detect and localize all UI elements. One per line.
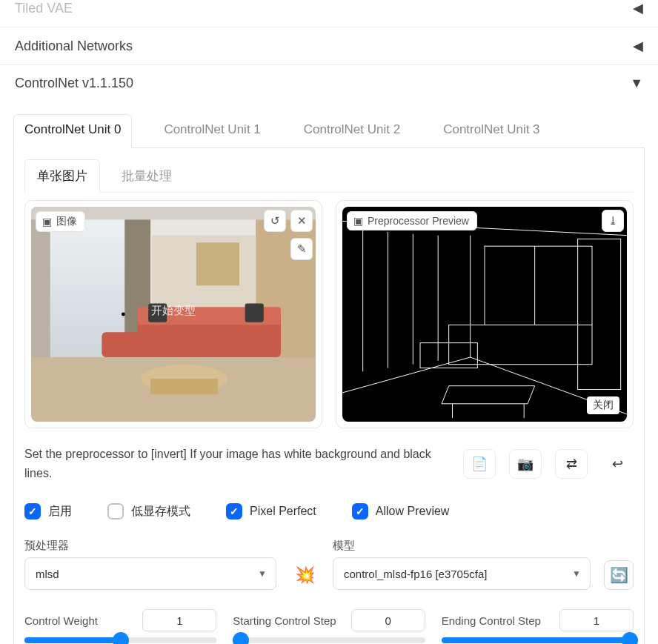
model-label: 模型 xyxy=(333,539,591,553)
tab-batch[interactable]: 批量处理 xyxy=(109,159,185,193)
svg-point-16 xyxy=(122,313,125,316)
preview-image[interactable]: 关闭 xyxy=(342,207,627,422)
tab-single-image[interactable]: 单张图片 xyxy=(24,159,100,193)
preview-label-chip: ▣ Preprocessor Preview xyxy=(347,211,477,230)
chevron-left-icon: ◀ xyxy=(633,38,643,54)
download-button[interactable]: ⤓ xyxy=(602,210,624,232)
preprocessor-label: 预处理器 xyxy=(24,539,276,553)
send-back-button[interactable]: ↩ xyxy=(601,449,634,479)
checkbox-icon: ✓ xyxy=(24,503,41,519)
svg-rect-13 xyxy=(245,304,264,322)
tab-unit-2[interactable]: ControlNet Unit 2 xyxy=(293,114,411,148)
checkbox-enable[interactable]: ✓ 启用 xyxy=(24,503,72,519)
checkbox-pixel-perfect[interactable]: ✓ Pixel Perfect xyxy=(226,503,316,519)
control-weight-label: Control Weight xyxy=(24,614,98,627)
input-image-card: ▣ 图像 ↺ ✕ ✎ xyxy=(24,200,322,428)
accordion-controlnet[interactable]: ControlNet v1.1.150 ▼ xyxy=(0,65,658,102)
svg-rect-11 xyxy=(102,332,166,357)
control-weight-slider[interactable] xyxy=(24,637,216,643)
svg-line-20 xyxy=(342,357,471,393)
model-select[interactable]: control_mlsd-fp16 [e3705cfa] ▼ xyxy=(333,557,591,590)
accordion-additional-networks[interactable]: Additional Networks ◀ xyxy=(0,27,658,65)
accordion-tiled-vae[interactable]: Tiled VAE ◀ xyxy=(0,0,658,27)
svg-rect-27 xyxy=(485,246,592,325)
start-step-value[interactable]: 0 xyxy=(351,609,425,631)
preprocessor-select[interactable]: mlsd ▼ xyxy=(24,557,276,590)
slider-thumb[interactable] xyxy=(233,632,249,644)
control-weight-value[interactable]: 1 xyxy=(142,609,216,631)
explosion-icon: 💥 xyxy=(295,565,315,585)
return-icon: ↩ xyxy=(612,456,623,472)
checkbox-icon xyxy=(107,503,124,519)
refresh-icon: 🔄 xyxy=(610,566,628,584)
chevron-down-icon: ▼ xyxy=(630,76,643,91)
accordion-title: Additional Networks xyxy=(15,39,133,54)
tab-unit-0[interactable]: ControlNet Unit 0 xyxy=(13,114,132,148)
accordion-title: Tiled VAE xyxy=(15,1,73,16)
caret-down-icon: ▼ xyxy=(258,568,267,579)
checkbox-allow-preview[interactable]: ✓ Allow Preview xyxy=(352,503,450,519)
accordion-title: ControlNet v1.1.150 xyxy=(15,76,133,91)
webcam-button[interactable]: 📷 xyxy=(509,449,542,479)
edit-button[interactable]: ✎ xyxy=(290,238,313,260)
end-step-label: Ending Control Step xyxy=(442,614,541,627)
document-icon: 📄 xyxy=(471,456,488,472)
swap-dims-button[interactable]: ⇄ xyxy=(555,449,588,479)
checkbox-lowvram[interactable]: 低显存模式 xyxy=(107,503,190,519)
tab-unit-3[interactable]: ControlNet Unit 3 xyxy=(432,114,551,148)
preview-image-card: ▣ Preprocessor Preview ⤓ xyxy=(336,200,634,428)
caret-down-icon: ▼ xyxy=(572,568,581,579)
new-canvas-button[interactable]: 📄 xyxy=(463,449,496,479)
tab-unit-1[interactable]: ControlNet Unit 1 xyxy=(153,114,271,148)
clear-button[interactable]: ✕ xyxy=(290,210,313,232)
refresh-models-button[interactable]: 🔄 xyxy=(604,560,634,590)
input-mode-tabs: 单张图片 批量处理 xyxy=(24,159,634,193)
svg-rect-15 xyxy=(150,379,218,394)
unit-tabs: ControlNet Unit 0 ControlNet Unit 1 Cont… xyxy=(13,113,645,148)
checkbox-icon: ✓ xyxy=(352,503,368,519)
slider-thumb[interactable] xyxy=(622,632,638,644)
swap-icon: ⇄ xyxy=(566,456,577,472)
unit-body: 单张图片 批量处理 ▣ 图像 ↺ ✕ ✎ xyxy=(13,148,645,644)
close-preview-button[interactable]: 关闭 xyxy=(587,396,619,414)
image-label-chip: ▣ 图像 xyxy=(36,211,85,232)
image-icon: ▣ xyxy=(353,215,363,227)
end-step-value[interactable]: 1 xyxy=(559,609,634,631)
camera-icon: 📷 xyxy=(517,456,534,472)
image-icon: ▣ xyxy=(42,216,52,228)
slider-thumb[interactable] xyxy=(113,632,129,644)
end-step-slider[interactable] xyxy=(442,637,634,643)
run-preprocessor-button[interactable]: 💥 xyxy=(290,560,319,590)
chevron-left-icon: ◀ xyxy=(633,0,643,16)
start-step-label: Starting Control Step xyxy=(233,614,336,627)
checkbox-icon: ✓ xyxy=(226,503,242,519)
svg-rect-33 xyxy=(578,239,621,390)
start-step-slider[interactable] xyxy=(233,637,425,643)
image-overlay-text: 开始变型 xyxy=(151,304,196,316)
undo-button[interactable]: ↺ xyxy=(264,210,286,232)
hint-text: Set the preprocessor to [invert] If your… xyxy=(24,445,450,482)
controlnet-panel: ControlNet Unit 0 ControlNet Unit 1 Cont… xyxy=(0,102,658,644)
svg-rect-8 xyxy=(196,242,239,285)
